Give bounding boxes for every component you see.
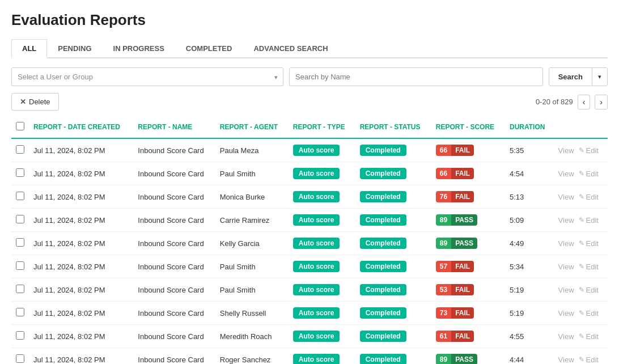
cell-type: Auto score [289, 138, 355, 162]
row-checkbox-cell [11, 185, 29, 209]
cell-row-actions: View ✎ Edit [554, 162, 608, 185]
score-result: PASS [451, 214, 477, 226]
score-result: FAIL [451, 261, 474, 272]
edit-link[interactable]: ✎ Edit [579, 170, 599, 178]
type-badge: Auto score [293, 354, 340, 364]
cell-type: Auto score [289, 278, 355, 302]
score-badge: 89 PASS [436, 238, 477, 249]
view-link[interactable]: View [558, 355, 574, 364]
delete-button[interactable]: ✕ Delete [11, 93, 59, 111]
cell-duration: 5:19 [505, 302, 554, 325]
cell-row-actions: View ✎ Edit [554, 232, 608, 255]
edit-link[interactable]: ✎ Edit [579, 216, 599, 225]
cell-status: Completed [355, 209, 431, 232]
score-number: 76 [436, 191, 451, 202]
status-badge: Completed [360, 168, 406, 179]
table-row: Jul 11, 2024, 8:02 PM Inbound Score Card… [11, 348, 608, 365]
row-checkbox[interactable] [16, 215, 24, 223]
cell-duration: 5:09 [505, 209, 554, 232]
tab-completed[interactable]: COMPLETED [175, 39, 243, 58]
row-checkbox[interactable] [16, 261, 24, 270]
row-checkbox-cell [11, 255, 29, 278]
cell-status: Completed [355, 162, 431, 185]
col-status: REPORT - STATUS [355, 116, 431, 138]
score-badge: 57 FAIL [436, 261, 474, 272]
view-link[interactable]: View [558, 309, 574, 318]
cell-name: Inbound Score Card [133, 138, 215, 162]
cell-date: Jul 11, 2024, 8:02 PM [29, 209, 133, 232]
col-duration: DURATION [505, 116, 554, 138]
view-link[interactable]: View [558, 146, 574, 155]
edit-icon: ✎ [579, 193, 584, 201]
score-badge: 76 FAIL [436, 191, 474, 202]
type-badge: Auto score [293, 214, 340, 226]
row-checkbox[interactable] [16, 192, 24, 200]
view-link[interactable]: View [558, 193, 574, 201]
view-link[interactable]: View [558, 170, 574, 178]
edit-link[interactable]: ✎ Edit [579, 193, 599, 201]
score-result: FAIL [451, 145, 474, 156]
select-all-checkbox[interactable] [16, 122, 24, 130]
cell-agent: Kelly Garcia [215, 232, 289, 255]
row-checkbox[interactable] [16, 331, 24, 340]
tab-in-progress[interactable]: IN PROGRESS [103, 39, 175, 58]
score-badge: 73 FAIL [436, 307, 474, 319]
search-input[interactable] [289, 67, 543, 86]
cell-name: Inbound Score Card [133, 302, 215, 325]
cell-type: Auto score [289, 209, 355, 232]
row-checkbox[interactable] [16, 354, 24, 363]
cell-duration: 5:35 [505, 138, 554, 162]
type-badge: Auto score [293, 238, 340, 249]
row-checkbox-cell [11, 348, 29, 365]
cell-score: 53 FAIL [431, 278, 505, 302]
search-dropdown-button[interactable]: ▾ [592, 68, 607, 86]
score-result: FAIL [451, 284, 474, 295]
row-checkbox[interactable] [16, 145, 24, 154]
view-link[interactable]: View [558, 332, 574, 341]
col-score: REPORT - SCORE [431, 116, 505, 138]
cell-status: Completed [355, 302, 431, 325]
score-number: 61 [436, 331, 451, 342]
row-checkbox[interactable] [16, 308, 24, 316]
edit-link[interactable]: ✎ Edit [579, 332, 599, 341]
edit-link[interactable]: ✎ Edit [579, 355, 599, 364]
score-result: FAIL [451, 307, 474, 319]
cell-type: Auto score [289, 232, 355, 255]
edit-icon: ✎ [579, 263, 584, 270]
score-result: FAIL [451, 331, 474, 342]
edit-link[interactable]: ✎ Edit [579, 239, 599, 248]
row-checkbox[interactable] [16, 168, 24, 177]
edit-link[interactable]: ✎ Edit [579, 146, 599, 155]
view-link[interactable]: View [558, 239, 574, 248]
edit-link[interactable]: ✎ Edit [579, 263, 599, 271]
view-link[interactable]: View [558, 263, 574, 271]
edit-icon: ✎ [579, 355, 584, 363]
cell-agent: Monica Burke [215, 185, 289, 209]
search-button[interactable]: Search [549, 68, 592, 86]
tab-pending[interactable]: PENDING [47, 39, 102, 58]
row-checkbox[interactable] [16, 285, 24, 293]
edit-link[interactable]: ✎ Edit [579, 309, 599, 318]
col-name: REPORT - NAME [133, 116, 215, 138]
cell-date: Jul 11, 2024, 8:02 PM [29, 162, 133, 185]
next-page-button[interactable]: › [595, 95, 608, 109]
view-link[interactable]: View [558, 286, 574, 294]
edit-link[interactable]: ✎ Edit [579, 286, 599, 294]
tab-advanced-search[interactable]: ADVANCED SEARCH [243, 39, 338, 58]
score-number: 89 [436, 238, 451, 249]
tab-all[interactable]: ALL [11, 39, 47, 58]
row-checkbox[interactable] [16, 238, 24, 247]
score-number: 53 [436, 284, 451, 295]
select-all-header [11, 116, 29, 138]
view-link[interactable]: View [558, 216, 574, 225]
table-row: Jul 11, 2024, 8:02 PM Inbound Score Card… [11, 209, 608, 232]
prev-page-button[interactable]: ‹ [578, 95, 591, 109]
cell-row-actions: View ✎ Edit [554, 325, 608, 348]
score-number: 66 [436, 145, 451, 156]
cell-type: Auto score [289, 185, 355, 209]
row-checkbox-cell [11, 302, 29, 325]
edit-icon: ✎ [579, 146, 584, 154]
edit-icon: ✎ [579, 332, 584, 340]
user-group-select[interactable]: Select a User or Group [11, 67, 283, 86]
reports-table: REPORT - DATE CREATED REPORT - NAME REPO… [11, 116, 608, 364]
